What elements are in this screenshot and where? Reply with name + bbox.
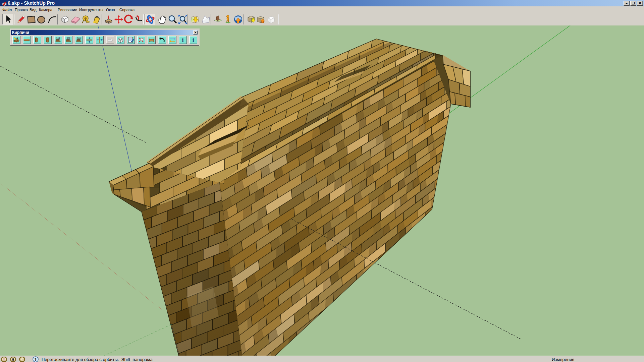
svg-text:1/2: 1/2 bbox=[66, 37, 70, 40]
svg-text:i: i bbox=[193, 37, 194, 43]
svg-text:1/4: 1/4 bbox=[56, 37, 60, 40]
svg-text:?: ? bbox=[35, 357, 37, 362]
svg-text:i: i bbox=[182, 37, 184, 43]
svg-text:3/4: 3/4 bbox=[77, 37, 81, 40]
